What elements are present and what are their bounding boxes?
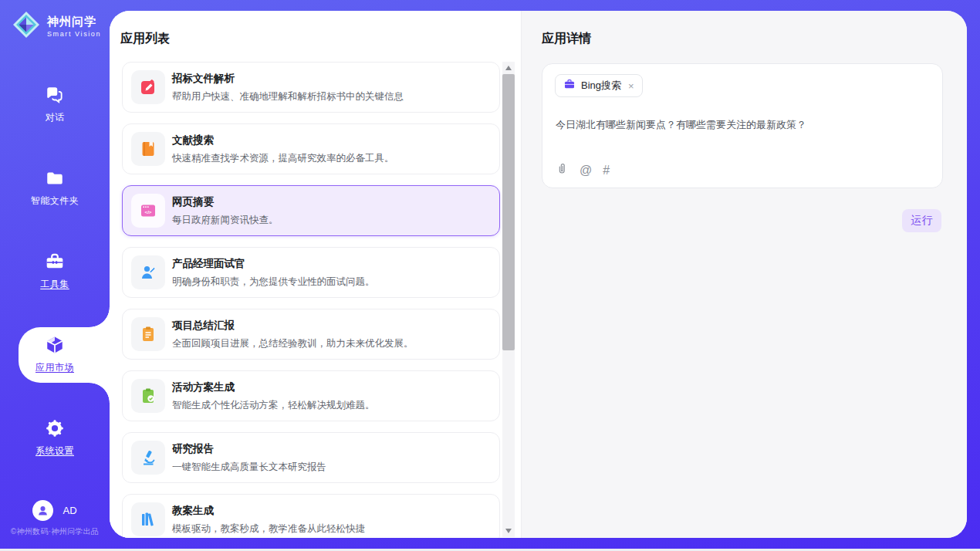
copyright-text: ©神州数码·神州问学出品	[0, 526, 110, 537]
sidebar-item-label: 对话	[46, 112, 65, 123]
diamond-logo-icon	[11, 9, 42, 43]
scrollbar-thumb[interactable]	[502, 74, 515, 350]
app-card-desc: 帮助用户快速、准确地理解和解析招标书中的关键信息	[172, 90, 404, 103]
app-card-literature-search[interactable]: 文献搜索 快速精准查找学术资源，提高研究效率的必备工具。	[122, 123, 500, 174]
cube-icon	[45, 335, 65, 355]
purple-frame: 神州问学 Smart Vision 对话	[0, 0, 980, 549]
close-icon[interactable]: ×	[628, 80, 634, 92]
app-card-list: 招标文件解析 帮助用户快速、准确地理解和解析招标书中的关键信息	[122, 62, 500, 538]
books-icon	[131, 502, 165, 536]
brand-subtitle: Smart Vision	[47, 30, 101, 38]
app-card-title: 网页摘要	[172, 195, 279, 209]
app-card-event-plan[interactable]: 活动方案生成 智能生成个性化活动方案，轻松解决规划难题。	[122, 370, 500, 421]
briefcase-icon	[563, 78, 576, 93]
app-card-desc: 智能生成个性化活动方案，轻松解决规划难题。	[172, 399, 375, 412]
composer-toolbar: @ #	[556, 162, 610, 178]
app-card-bid-parsing[interactable]: 招标文件解析 帮助用户快速、准确地理解和解析招标书中的关键信息	[122, 62, 500, 113]
brand-logo: 神州问学 Smart Vision	[11, 9, 101, 43]
app-card-desc: 明确身份和职责，为您提供专业性的面试问题。	[172, 276, 375, 289]
app-card-desc: 一键智能生成高质量长文本研究报告	[172, 461, 326, 474]
app-card-title: 活动方案生成	[172, 380, 375, 394]
app-card-desc: 全面回顾项目进展，总结经验教训，助力未来优化发展。	[172, 337, 414, 350]
user-initials: AD	[63, 505, 76, 516]
sidebar-item-toolset[interactable]: 工具集	[0, 252, 110, 291]
gear-icon	[45, 418, 65, 438]
sidebar: 神州问学 Smart Vision 对话	[0, 0, 110, 549]
sidebar-item-smart-folder[interactable]: 智能文件夹	[0, 168, 110, 208]
scroll-up-icon[interactable]	[505, 66, 512, 70]
sidebar-item-app-market[interactable]: 应用市场	[0, 335, 110, 374]
scroll-down-icon[interactable]	[505, 529, 512, 533]
sidebar-item-label: 系统设置	[35, 445, 74, 456]
avatar	[32, 500, 53, 521]
user-account[interactable]: AD	[0, 500, 110, 521]
app-card-lesson-plan[interactable]: 教案生成 模板驱动，教案秒成，教学准备从此轻松快捷	[122, 494, 500, 538]
chat-icon	[45, 85, 65, 105]
app-card-desc: 每日政府新闻资讯快查。	[172, 214, 279, 227]
toolbox-icon	[45, 252, 65, 272]
app-list-title: 应用列表	[120, 31, 170, 47]
clipboard-icon	[131, 317, 165, 351]
app-card-title: 教案生成	[172, 504, 365, 518]
app-detail-panel: 应用详情 Bing搜索 × 今日湖北有哪些新闻要点？	[521, 11, 967, 538]
tool-chip-label: Bing搜索	[581, 79, 621, 93]
app-window: 神州问学 Smart Vision 对话	[0, 0, 980, 551]
tool-chip-bing-search[interactable]: Bing搜索 ×	[555, 74, 643, 97]
microscope-icon	[131, 441, 165, 475]
folder-icon	[45, 168, 65, 188]
sidebar-item-settings[interactable]: 系统设置	[0, 418, 110, 458]
app-card-web-summary[interactable]: </> 网页摘要 每日政府新闻资讯快查。	[122, 185, 500, 236]
app-card-pm-interviewer[interactable]: 产品经理面试官 明确身份和职责，为您提供专业性的面试问题。	[122, 247, 500, 298]
sidebar-item-label: 应用市场	[35, 362, 74, 373]
sidebar-item-label: 工具集	[40, 279, 69, 289]
book-icon	[131, 132, 165, 166]
edit-document-icon	[131, 70, 165, 104]
interviewer-icon	[131, 255, 165, 289]
app-card-title: 研究报告	[172, 442, 326, 456]
sidebar-item-chat[interactable]: 对话	[0, 85, 110, 124]
sidebar-item-label: 智能文件夹	[31, 195, 79, 206]
browser-code-icon: </>	[131, 194, 165, 228]
main-content: 应用列表 招标文件解析 帮	[110, 11, 967, 538]
app-card-title: 项目总结汇报	[172, 319, 414, 333]
run-button[interactable]: 运行	[902, 209, 941, 232]
app-card-title: 招标文件解析	[172, 72, 404, 86]
mention-icon[interactable]: @	[580, 164, 592, 177]
app-detail-title: 应用详情	[542, 31, 591, 47]
app-card-research-report[interactable]: 研究报告 一键智能生成高质量长文本研究报告	[122, 432, 500, 483]
prompt-card: Bing搜索 × 今日湖北有哪些新闻要点？有哪些需要关注的最新政策？ @ #	[542, 63, 943, 188]
app-card-desc: 快速精准查找学术资源，提高研究效率的必备工具。	[172, 152, 394, 165]
svg-text:</>: </>	[145, 209, 152, 215]
paperclip-icon[interactable]	[556, 162, 569, 178]
list-scrollbar[interactable]	[502, 62, 515, 537]
hash-icon[interactable]: #	[603, 164, 610, 177]
app-card-title: 文献搜索	[172, 134, 394, 147]
query-input[interactable]: 今日湖北有哪些新闻要点？有哪些需要关注的最新政策？	[556, 117, 926, 132]
brand-name: 神州问学	[47, 15, 101, 29]
app-card-project-summary[interactable]: 项目总结汇报 全面回顾项目进展，总结经验教训，助力未来优化发展。	[122, 309, 500, 360]
app-card-desc: 模板驱动，教案秒成，教学准备从此轻松快捷	[172, 522, 365, 536]
clipboard-check-icon	[131, 379, 165, 413]
app-card-title: 产品经理面试官	[172, 257, 375, 271]
app-list-panel: 应用列表 招标文件解析 帮	[110, 11, 521, 538]
